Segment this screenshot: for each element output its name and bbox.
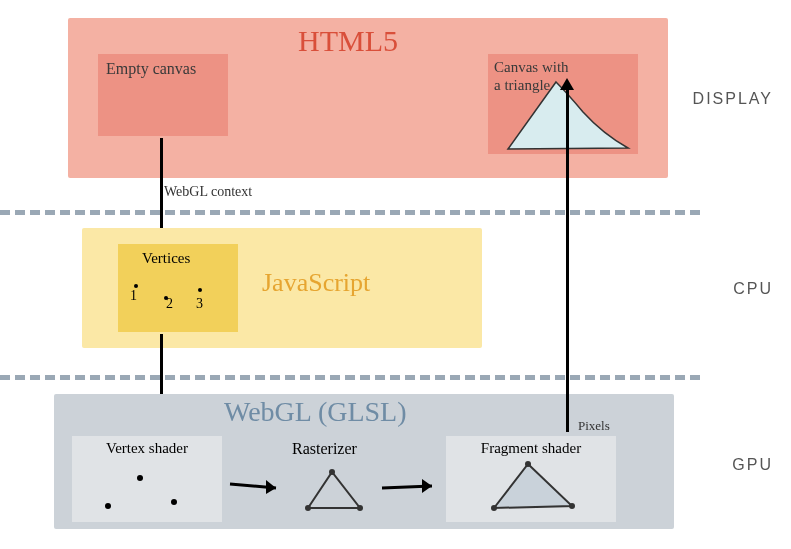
webgl-context-label: WebGL context [164,184,252,200]
layer-label-display: DISPLAY [693,90,773,108]
arrowhead-gpu-to-display [560,78,574,90]
svg-point-3 [305,505,311,511]
divider-display-cpu [0,210,700,215]
svg-point-4 [329,469,335,475]
svg-point-2 [171,499,177,505]
display-panel: HTML5 Empty canvas Canvas with a triangl… [68,18,668,178]
rasterizer-triangle [294,460,374,520]
vertices-label: Vertices [142,250,190,267]
cpu-title: JavaScript [262,268,370,298]
fragment-shader-box: Fragment shader [446,436,616,522]
rasterizer-label: Rasterizer [292,440,357,458]
pixels-label: Pixels [578,418,610,434]
svg-point-8 [569,503,575,509]
arrow-gpu-to-display [566,88,569,432]
triangle-graphic [488,54,638,154]
display-title: HTML5 [298,24,398,58]
gpu-title: WebGL (GLSL) [224,396,407,428]
svg-point-6 [491,505,497,511]
canvas-triangle-box: Canvas with a triangle [488,54,638,154]
vertex-2: 2 [166,296,173,312]
svg-line-9 [230,484,276,488]
layer-label-gpu: GPU [732,456,773,474]
vertex-shader-box: Vertex shader [72,436,222,522]
svg-point-1 [105,503,111,509]
vertex-3: 3 [196,296,203,312]
svg-line-11 [382,486,432,488]
svg-point-7 [525,461,531,467]
gpu-panel: WebGL (GLSL) Pixels Vertex shader Raster… [54,394,674,529]
empty-canvas-label: Empty canvas [106,60,196,78]
divider-cpu-gpu [0,375,700,380]
vertex-1: 1 [130,288,137,304]
svg-point-5 [357,505,363,511]
empty-canvas-box: Empty canvas [98,54,228,136]
vertices-box: Vertices 1 2 3 [118,244,238,332]
svg-marker-12 [422,479,432,493]
cpu-panel: Vertices 1 2 3 JavaScript [82,228,482,348]
layer-label-cpu: CPU [733,280,773,298]
vertex-shader-dots [72,436,222,522]
svg-point-0 [137,475,143,481]
svg-marker-10 [266,480,276,494]
fragment-shader-triangle [446,436,616,522]
